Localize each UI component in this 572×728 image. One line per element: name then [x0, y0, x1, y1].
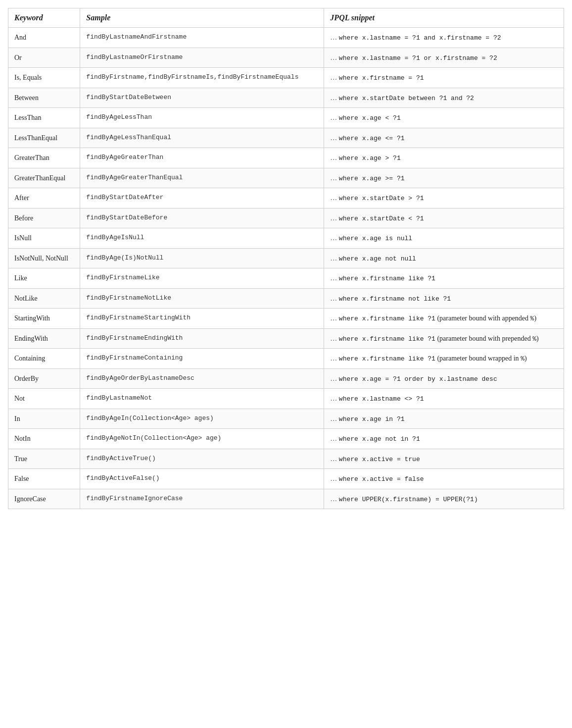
header-sample: Sample: [80, 8, 324, 28]
keyword-cell: In: [8, 409, 80, 429]
sample-cell: findByStartDateBefore: [80, 208, 324, 228]
jpql-cell: … where x.active = false: [324, 469, 564, 489]
keyword-cell: After: [8, 188, 80, 208]
sample-cell: findByFirstnameLike: [80, 268, 324, 289]
jpql-cell: … where x.firstname not like ?1: [324, 288, 564, 309]
sample-cell: findByFirstnameIgnoreCase: [80, 489, 324, 509]
keyword-cell: NotIn: [8, 429, 80, 449]
jpql-cell: … where x.age is null: [324, 228, 564, 249]
sample-cell: findByAgeOrderByLastnameDesc: [80, 368, 324, 389]
keyword-cell: NotLike: [8, 288, 80, 309]
jpql-cell: … where x.startDate between ?1 and ?2: [324, 88, 564, 108]
sample-cell: findByLastnameAndFirstname: [80, 28, 324, 48]
sample-cell: findByStartDateAfter: [80, 188, 324, 208]
table-row: OrfindByLastnameOrFirstname… where x.las…: [8, 48, 564, 68]
jpql-cell: … where x.age <= ?1: [324, 128, 564, 148]
table-row: OrderByfindByAgeOrderByLastnameDesc… whe…: [8, 368, 564, 389]
sample-cell: findByLastnameOrFirstname: [80, 48, 324, 68]
jpql-cell: … where x.age = ?1 order by x.lastname d…: [324, 368, 564, 389]
table-row: InfindByAgeIn(Collection<Age> ages)… whe…: [8, 409, 564, 429]
table-row: Is, EqualsfindByFirstname,findByFirstnam…: [8, 68, 564, 88]
sample-cell: findByFirstnameStartingWith: [80, 309, 324, 329]
keyword-cell: Not: [8, 389, 80, 409]
jpql-cell: … where x.startDate > ?1: [324, 188, 564, 208]
keyword-cell: IsNull: [8, 228, 80, 249]
jpql-cell: … where x.age in ?1: [324, 409, 564, 429]
table-row: LikefindByFirstnameLike… where x.firstna…: [8, 268, 564, 289]
table-row: BetweenfindByStartDateBetween… where x.s…: [8, 88, 564, 108]
table-row: EndingWithfindByFirstnameEndingWith… whe…: [8, 328, 564, 349]
jpql-cell: … where x.age not null: [324, 248, 564, 268]
keyword-cell: OrderBy: [8, 368, 80, 389]
sample-cell: findByFirstname,findByFirstnameIs,findBy…: [80, 68, 324, 88]
jpql-cell: … where x.age >= ?1: [324, 168, 564, 188]
table-row: NotLikefindByFirstnameNotLike… where x.f…: [8, 288, 564, 309]
keyword-cell: GreaterThan: [8, 148, 80, 168]
keyword-cell: EndingWith: [8, 328, 80, 349]
jpql-cell: … where x.firstname = ?1: [324, 68, 564, 88]
sample-cell: findByAgeIn(Collection<Age> ages): [80, 409, 324, 429]
table-row: TruefindByActiveTrue()… where x.active =…: [8, 449, 564, 469]
sample-cell: findByAgeIsNull: [80, 228, 324, 249]
table-row: FalsefindByActiveFalse()… where x.active…: [8, 469, 564, 489]
keyword-cell: GreaterThanEqual: [8, 168, 80, 188]
table-row: ContainingfindByFirstnameContaining… whe…: [8, 349, 564, 369]
sample-cell: findByAgeGreaterThanEqual: [80, 168, 324, 188]
sample-cell: findByFirstnameNotLike: [80, 288, 324, 309]
sample-cell: findByFirstnameContaining: [80, 349, 324, 369]
keyword-cell: Between: [8, 88, 80, 108]
table-row: IsNotNull, NotNullfindByAge(Is)NotNull… …: [8, 248, 564, 268]
keyword-cell: LessThanEqual: [8, 128, 80, 148]
table-row: GreaterThanEqualfindByAgeGreaterThanEqua…: [8, 168, 564, 188]
sample-cell: findByAge(Is)NotNull: [80, 248, 324, 268]
table-row: BeforefindByStartDateBefore… where x.sta…: [8, 208, 564, 228]
keyword-cell: Or: [8, 48, 80, 68]
sample-cell: findByAgeLessThanEqual: [80, 128, 324, 148]
sample-cell: findByAgeGreaterThan: [80, 148, 324, 168]
keyword-cell: False: [8, 469, 80, 489]
jpql-cell: … where x.age not in ?1: [324, 429, 564, 449]
table-row: AfterfindByStartDateAfter… where x.start…: [8, 188, 564, 208]
table-row: LessThanfindByAgeLessThan… where x.age <…: [8, 108, 564, 128]
header-keyword: Keyword: [8, 8, 80, 28]
jpql-cell: … where x.active = true: [324, 449, 564, 469]
keyword-cell: IsNotNull, NotNull: [8, 248, 80, 268]
keyword-cell: Before: [8, 208, 80, 228]
jpql-cell: … where x.startDate < ?1: [324, 208, 564, 228]
sample-cell: findByActiveFalse(): [80, 469, 324, 489]
table-row: LessThanEqualfindByAgeLessThanEqual… whe…: [8, 128, 564, 148]
jpql-cell: … where x.lastname <> ?1: [324, 389, 564, 409]
table-row: NotInfindByAgeNotIn(Collection<Age> age)…: [8, 429, 564, 449]
jpql-cell: … where x.lastname = ?1 or x.firstname =…: [324, 48, 564, 68]
keyword-cell: Containing: [8, 349, 80, 369]
header-jpql: JPQL snippet: [324, 8, 564, 28]
table-row: StartingWithfindByFirstnameStartingWith……: [8, 309, 564, 329]
table-row: NotfindByLastnameNot… where x.lastname <…: [8, 389, 564, 409]
sample-cell: findByLastnameNot: [80, 389, 324, 409]
sample-cell: findByFirstnameEndingWith: [80, 328, 324, 349]
table-row: IsNullfindByAgeIsNull… where x.age is nu…: [8, 228, 564, 249]
keyword-cell: And: [8, 28, 80, 48]
sample-cell: findByAgeNotIn(Collection<Age> age): [80, 429, 324, 449]
jpql-cell: … where x.firstname like ?1: [324, 268, 564, 289]
jpql-cell: … where UPPER(x.firstname) = UPPER(?1): [324, 489, 564, 509]
keyword-cell: LessThan: [8, 108, 80, 128]
sample-cell: findByActiveTrue(): [80, 449, 324, 469]
keyword-cell: Is, Equals: [8, 68, 80, 88]
keyword-cell: Like: [8, 268, 80, 289]
jpql-cell: … where x.firstname like ?1 (parameter b…: [324, 309, 564, 329]
jpql-cell: … where x.age < ?1: [324, 108, 564, 128]
jpql-cell: … where x.firstname like ?1 (parameter b…: [324, 349, 564, 369]
table-row: GreaterThanfindByAgeGreaterThan… where x…: [8, 148, 564, 168]
table-header-row: Keyword Sample JPQL snippet: [8, 8, 564, 28]
table-row: IgnoreCasefindByFirstnameIgnoreCase… whe…: [8, 489, 564, 509]
keyword-cell: True: [8, 449, 80, 469]
jpql-cell: … where x.age > ?1: [324, 148, 564, 168]
sample-cell: findByAgeLessThan: [80, 108, 324, 128]
table-row: AndfindByLastnameAndFirstname… where x.l…: [8, 28, 564, 48]
jpql-keywords-table: Keyword Sample JPQL snippet AndfindByLas…: [8, 8, 564, 509]
keyword-cell: IgnoreCase: [8, 489, 80, 509]
jpql-cell: … where x.lastname = ?1 and x.firstname …: [324, 28, 564, 48]
sample-cell: findByStartDateBetween: [80, 88, 324, 108]
keyword-cell: StartingWith: [8, 309, 80, 329]
